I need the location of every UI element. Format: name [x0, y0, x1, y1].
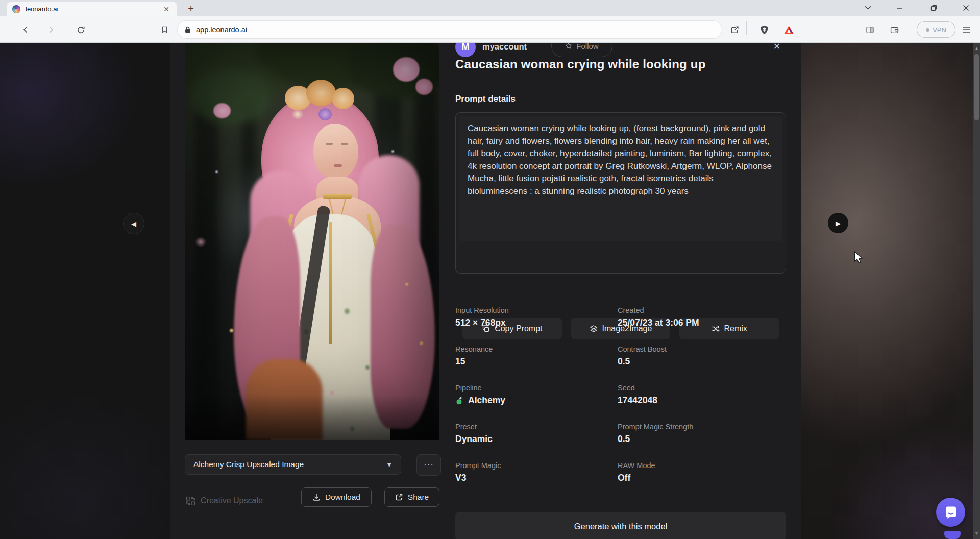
previous-image-button[interactable]: ◀ — [123, 213, 144, 234]
download-button[interactable]: Download — [301, 487, 372, 507]
next-image-button[interactable]: ▶ — [828, 213, 848, 233]
brave-shield-icon[interactable] — [756, 21, 772, 38]
detail-preset: Preset Dynamic — [455, 423, 618, 445]
backdrop-left — [0, 43, 170, 539]
detail-prompt-magic-strength: Prompt Magic Strength 0.5 — [618, 423, 786, 445]
page-content: Alchemy Crisp Upscaled Image ▼ ··· Creat… — [0, 43, 980, 539]
tab-search-chevron-icon[interactable] — [856, 0, 879, 15]
vpn-button[interactable]: VPN — [917, 21, 955, 38]
menu-hamburger-icon[interactable] — [959, 21, 975, 38]
sidebar-panel-icon[interactable] — [862, 21, 878, 38]
generate-with-model-button[interactable]: Generate with this model — [455, 512, 786, 539]
detail-resonance: Resonance 15 — [455, 345, 618, 367]
wallet-icon[interactable] — [886, 21, 902, 38]
follow-button[interactable]: Follow — [551, 43, 612, 57]
detail-pipeline: Pipeline Alchemy — [455, 384, 618, 406]
back-icon[interactable] — [17, 21, 34, 38]
generate-with-model-label: Generate with this model — [574, 522, 668, 531]
chevron-down-icon: ▼ — [386, 461, 393, 469]
image-detail-modal: Alchemy Crisp Upscaled Image ▼ ··· Creat… — [170, 43, 801, 539]
potion-icon — [455, 396, 464, 405]
scrollbar-thumb[interactable] — [974, 54, 979, 120]
creative-upscale-label: Creative Upscale — [201, 496, 263, 505]
more-options-button[interactable]: ··· — [416, 454, 441, 476]
variant-dropdown-label: Alchemy Crisp Upscaled Image — [193, 460, 304, 469]
generated-image — [185, 43, 439, 440]
divider — [455, 291, 786, 291]
follow-label: Follow — [576, 43, 598, 51]
share-label: Share — [408, 493, 429, 502]
window-minimize-button[interactable] — [888, 0, 911, 15]
browser-window: leonardo.ai ✕ + app.leo — [0, 0, 980, 539]
share-button[interactable]: Share — [384, 487, 439, 507]
bookmark-icon[interactable] — [156, 21, 173, 38]
arrow-right-icon: ▶ — [836, 219, 841, 227]
tab-leonardo[interactable]: leonardo.ai ✕ — [7, 2, 177, 16]
creative-upscale-button[interactable]: Creative Upscale — [186, 491, 263, 510]
tab-bar: leonardo.ai ✕ + — [0, 0, 980, 16]
new-tab-button[interactable]: + — [184, 3, 198, 16]
tab-close-icon[interactable]: ✕ — [161, 4, 172, 14]
vpn-status-dot — [926, 28, 929, 32]
detail-prompt-magic: Prompt Magic V3 — [455, 461, 618, 483]
address-bar[interactable]: app.leonardo.ai — [178, 21, 722, 38]
generation-details-grid: Input Resolution 512 × 768px Created 25/… — [455, 306, 786, 483]
share-page-icon[interactable] — [726, 21, 743, 38]
pixel-grid-icon — [186, 496, 195, 506]
download-label: Download — [325, 493, 360, 502]
brave-rewards-icon[interactable] — [780, 21, 797, 38]
detail-seed: Seed 17442048 — [618, 384, 786, 406]
lock-icon — [185, 26, 191, 33]
chat-widget-tail — [944, 531, 961, 539]
reload-icon[interactable] — [72, 21, 89, 38]
variant-dropdown[interactable]: Alchemy Crisp Upscaled Image ▼ — [185, 454, 401, 475]
prompt-text: Caucasian woman crying while looking up,… — [459, 116, 782, 241]
share-icon — [395, 493, 403, 501]
backdrop-right — [801, 43, 973, 539]
toolbar-separator — [746, 21, 747, 35]
detail-raw-mode: RAW Mode Off — [618, 461, 786, 483]
forward-icon[interactable] — [43, 21, 59, 38]
tab-title: leonardo.ai — [26, 5, 161, 13]
scrollbar-down-arrow[interactable]: ▼ — [974, 531, 979, 536]
window-close-button[interactable] — [954, 0, 977, 15]
detail-contrast-boost: Contrast Boost 0.5 — [618, 345, 786, 367]
scrollbar-up-arrow[interactable]: ▲ — [974, 46, 979, 51]
divider — [455, 86, 786, 86]
avatar[interactable]: M — [455, 43, 476, 57]
star-icon — [565, 43, 572, 50]
window-restore-button[interactable] — [922, 0, 945, 15]
vpn-label: VPN — [933, 26, 946, 34]
detail-created: Created 25/07/23 at 3:06 PM — [618, 306, 786, 328]
account-name[interactable]: myaccount — [482, 43, 527, 52]
arrow-left-icon: ◀ — [131, 220, 136, 228]
detail-input-resolution: Input Resolution 512 × 768px — [455, 306, 618, 328]
close-icon[interactable]: ✕ — [771, 43, 782, 52]
image-title: Caucasian woman crying while looking up — [455, 57, 792, 71]
ellipsis-icon: ··· — [424, 460, 434, 470]
mouse-cursor — [853, 251, 865, 266]
url-text: app.leonardo.ai — [196, 26, 247, 34]
chat-icon — [943, 505, 959, 520]
chat-launcher-button[interactable] — [936, 498, 965, 527]
avatar-initial: M — [462, 43, 470, 53]
download-icon — [312, 493, 321, 501]
prompt-details-heading: Prompt details — [455, 94, 516, 104]
leonardo-favicon — [12, 5, 20, 13]
